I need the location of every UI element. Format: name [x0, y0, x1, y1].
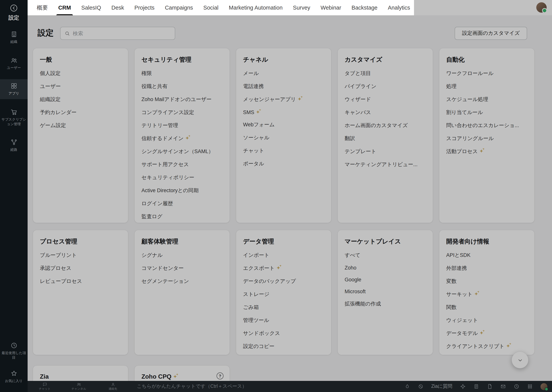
settings-link[interactable]: パイプライン — [345, 83, 426, 90]
settings-link[interactable]: 電話連携 — [243, 83, 324, 90]
topnav-tab-overview[interactable]: 概要 — [37, 0, 48, 15]
settings-link[interactable]: コマンドセンター — [141, 265, 223, 272]
settings-link[interactable]: ウィジェット — [446, 317, 527, 324]
sidebar-item-apps[interactable]: アプリ — [0, 79, 28, 99]
settings-link[interactable]: 監査ログ — [141, 213, 223, 220]
settings-link[interactable]: タブと項目 — [345, 70, 426, 77]
settings-link[interactable]: 権限 — [141, 70, 223, 77]
insights-button[interactable] — [404, 384, 410, 389]
settings-link[interactable]: テリトリー管理 — [141, 122, 223, 129]
settings-link[interactable]: 組織設定 — [40, 96, 121, 103]
settings-link[interactable]: 設定のコピー — [243, 343, 324, 350]
topnav-tab-desk[interactable]: Desk — [111, 0, 124, 15]
settings-link[interactable]: ポータル — [243, 161, 324, 167]
settings-link[interactable]: 変数 — [446, 278, 527, 285]
settings-link[interactable]: シグナル — [141, 252, 223, 259]
settings-link[interactable]: ゲーム設定 — [40, 122, 121, 129]
sidebar-item-users[interactable]: ユーザー — [0, 53, 28, 73]
settings-link[interactable]: 問い合わせのエスカレーショ... — [446, 122, 527, 129]
settings-link[interactable]: サンドボックス — [243, 330, 324, 337]
settings-link[interactable]: メール — [243, 70, 324, 77]
settings-link[interactable]: Zoho — [345, 265, 426, 271]
sidebar-item-routes[interactable]: 経路 — [0, 136, 28, 155]
help-icon[interactable]: ? — [217, 372, 224, 379]
topnav-tab-analytics[interactable]: Analytics — [388, 0, 410, 15]
sidebar-item-recent[interactable]: 最近使用した項目 — [0, 339, 28, 363]
settings-link[interactable]: データのバックアップ — [243, 278, 324, 285]
settings-link[interactable]: 信頼するドメイン — [141, 135, 223, 142]
settings-link[interactable]: ユーザー — [40, 83, 121, 90]
settings-link[interactable]: 翻訳 — [345, 135, 426, 142]
topnav-tab-survey[interactable]: Survey — [293, 0, 310, 15]
topnav-tab-social[interactable]: Social — [203, 0, 218, 15]
settings-link[interactable]: 処理 — [446, 83, 527, 90]
file-button[interactable] — [487, 384, 493, 389]
notebook-button[interactable] — [473, 384, 479, 389]
clock-button[interactable] — [514, 384, 519, 389]
chat-input-prompt[interactable]: こちらがかんたんチャットです（Ctrl＋スペース） — [137, 383, 247, 390]
sidebar-item-org[interactable]: 組織 — [0, 28, 28, 47]
settings-link[interactable]: チャット — [243, 147, 324, 154]
ask-zia-button[interactable]: Ziaに質問 — [431, 383, 452, 390]
settings-link[interactable]: ストレージ — [243, 291, 324, 298]
settings-link[interactable]: テンプレート — [345, 148, 426, 155]
settings-link[interactable]: ごみ箱 — [243, 304, 324, 311]
mail-button[interactable] — [500, 384, 506, 389]
search-input[interactable] — [73, 30, 171, 36]
topnav-tab-campaigns[interactable]: Campaigns — [165, 0, 193, 15]
settings-link[interactable]: データモデル — [446, 330, 527, 337]
chatbar-channels-button[interactable]: チャンネル — [62, 381, 96, 392]
settings-link[interactable]: 個人設定 — [40, 70, 121, 77]
settings-link[interactable]: キャンバス — [345, 109, 426, 116]
sidebar-item-favorites[interactable]: お気に入り — [0, 367, 28, 387]
settings-link[interactable]: セグメンテーション — [141, 278, 223, 285]
settings-link[interactable]: 関数 — [446, 304, 527, 311]
settings-link[interactable]: APIとSDK — [446, 252, 527, 259]
settings-link[interactable]: 承認プロセス — [40, 265, 121, 272]
settings-link[interactable]: Active Directoryとの同期 — [141, 187, 223, 194]
topnav-tab-crm[interactable]: CRM — [58, 0, 71, 15]
settings-link[interactable]: 活動プロセス — [446, 148, 527, 155]
chatbar-chat-button[interactable]: チャット — [28, 381, 62, 392]
settings-link[interactable]: ログイン履歴 — [141, 200, 223, 207]
settings-link[interactable]: 役職と共有 — [141, 83, 223, 90]
zia-button[interactable] — [460, 384, 466, 389]
settings-link[interactable]: メッセンジャーアプリ — [243, 96, 324, 103]
settings-link[interactable]: シングルサインオン（SAML） — [141, 148, 223, 155]
settings-link[interactable]: ワークフロールール — [446, 70, 527, 77]
chatbar-contacts-button[interactable]: 連絡先 — [96, 381, 130, 392]
settings-link[interactable]: エクスポート — [243, 265, 324, 272]
settings-link[interactable]: 拡張機能の作成 — [345, 301, 426, 308]
settings-link[interactable]: サーキット — [446, 291, 527, 298]
customize-settings-button[interactable]: 設定画面のカスタマイズ — [455, 27, 527, 40]
settings-link[interactable]: 予約カレンダー — [40, 109, 121, 116]
sidebar-item-subscription[interactable]: サブスクリプション管理 — [0, 105, 28, 130]
settings-link[interactable]: スコアリングルール — [446, 135, 527, 142]
mute-button[interactable] — [418, 384, 424, 389]
settings-link[interactable]: コンプライアンス設定 — [141, 109, 223, 116]
settings-link[interactable]: クライアントスクリプト — [446, 343, 527, 350]
user-avatar[interactable] — [536, 2, 547, 13]
settings-link[interactable]: Google — [345, 277, 426, 282]
settings-link[interactable]: Webフォーム — [243, 121, 324, 128]
grid-button[interactable] — [527, 384, 533, 389]
settings-link[interactable]: マーケティングアトリビュー... — [345, 161, 426, 168]
back-button[interactable] — [10, 4, 18, 12]
settings-link[interactable]: 割り当てルール — [446, 109, 527, 116]
settings-link[interactable]: スケジュール処理 — [446, 96, 527, 103]
settings-link[interactable]: サポート用アクセス — [141, 161, 223, 168]
topnav-tab-projects[interactable]: Projects — [134, 0, 154, 15]
settings-link[interactable]: Microsoft — [345, 289, 426, 294]
topnav-tab-marketing-automation[interactable]: Marketing Automation — [229, 0, 283, 15]
settings-link[interactable]: ソーシャル — [243, 134, 324, 141]
scroll-down-button[interactable] — [512, 352, 528, 368]
settings-link[interactable]: ホーム画面のカスタマイズ — [345, 122, 426, 129]
settings-link[interactable]: レビュープロセス — [40, 278, 121, 285]
topnav-tab-salesiq[interactable]: SalesIQ — [81, 0, 101, 15]
settings-link[interactable]: Zoho Mailアドオンのユーザー — [141, 96, 223, 103]
chatbar-avatar[interactable] — [540, 383, 547, 390]
topnav-tab-webinar[interactable]: Webinar — [321, 0, 341, 15]
topnav-tab-backstage[interactable]: Backstage — [351, 0, 378, 15]
settings-link[interactable]: ブループリント — [40, 252, 121, 259]
settings-link[interactable]: すべて — [345, 252, 426, 259]
